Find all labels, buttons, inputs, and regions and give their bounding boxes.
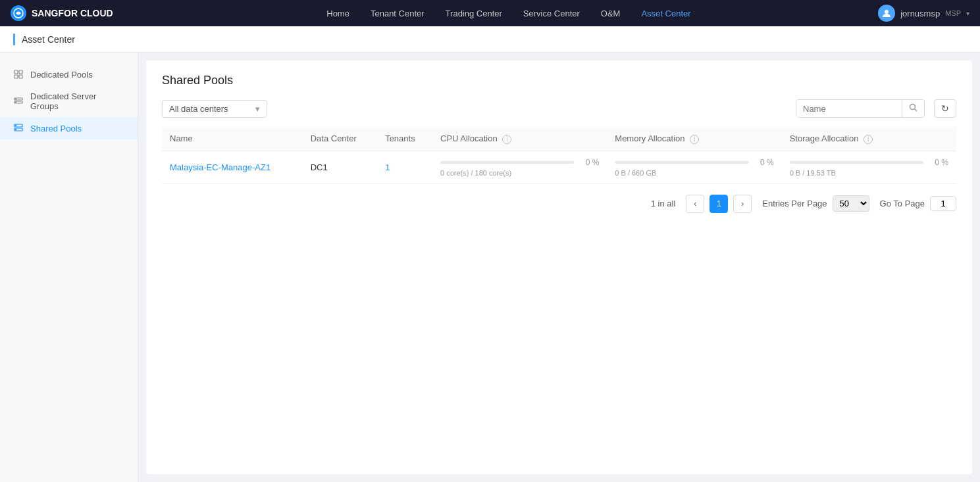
- cell-data-center: DC1: [303, 151, 377, 183]
- pagination-bar: 1 in all ‹ 1 › Entries Per Page 10 20 50…: [162, 184, 956, 213]
- goto-label: Go To Page: [880, 199, 925, 208]
- pool-name-link[interactable]: Malaysia-EC-Manage-AZ1: [170, 162, 271, 172]
- cell-mem-alloc: 0 % 0 B / 660 GB: [607, 151, 781, 183]
- goto-page-input[interactable]: [930, 196, 956, 211]
- cell-name: Malaysia-EC-Manage-AZ1: [162, 151, 303, 183]
- entries-per-page-label: Entries Per Page: [762, 199, 827, 208]
- mem-sub: 0 B / 660 GB: [615, 169, 773, 177]
- nav-links: Home Tenant Center Trading Center Servic…: [140, 9, 879, 18]
- svg-point-9: [15, 102, 16, 103]
- pagination-next[interactable]: ›: [733, 195, 752, 213]
- content-area: Shared Pools All data centers ▾ ↻: [146, 60, 972, 474]
- breadcrumb-title: Asset Center: [22, 34, 75, 45]
- sidebar-label-dedicated-server-groups: Dedicated Server Groups: [30, 91, 124, 111]
- svg-point-8: [15, 99, 16, 99]
- svg-point-13: [15, 125, 16, 126]
- brand-icon: [11, 5, 26, 21]
- svg-point-1: [885, 10, 889, 14]
- storage-pct: 0 %: [929, 158, 948, 167]
- table-row: Malaysia-EC-Manage-AZ1 DC1 1 0 %: [162, 151, 956, 183]
- svg-line-16: [915, 109, 917, 112]
- data-center-dropdown-icon: ▾: [255, 104, 260, 114]
- pagination-prev[interactable]: ‹: [686, 195, 704, 213]
- user-menu[interactable]: jornusmsp MSP ▾: [878, 5, 969, 22]
- svg-rect-3: [19, 70, 22, 74]
- svg-rect-2: [14, 70, 18, 74]
- sidebar: Dedicated Pools Dedicated Server Groups: [0, 53, 138, 482]
- tenants-link[interactable]: 1: [385, 162, 390, 172]
- cpu-info-icon: i: [502, 135, 511, 144]
- nav-home[interactable]: Home: [326, 9, 349, 18]
- svg-rect-5: [19, 75, 22, 78]
- table-header-row: Name Data Center Tenants CPU Allocation …: [162, 127, 956, 151]
- page-title: Shared Pools: [162, 74, 956, 87]
- col-name: Name: [162, 127, 303, 151]
- storage-progress-bg: [790, 161, 923, 164]
- nav-asset[interactable]: Asset Center: [641, 9, 690, 18]
- cpu-pct: 0 %: [579, 158, 599, 167]
- user-role: MSP: [945, 9, 961, 17]
- svg-point-14: [15, 129, 16, 130]
- storage-info-icon: i: [864, 135, 873, 144]
- sidebar-item-dedicated-pools[interactable]: Dedicated Pools: [0, 63, 138, 85]
- pagination-page-1[interactable]: 1: [709, 195, 728, 213]
- shared-pools-table: Name Data Center Tenants CPU Allocation …: [162, 127, 956, 184]
- col-mem-alloc: Memory Allocation i: [607, 127, 781, 151]
- sidebar-item-shared-pools[interactable]: Shared Pools: [0, 117, 138, 139]
- top-navigation: SANGFOR CLOUD Home Tenant Center Trading…: [0, 0, 980, 26]
- mem-info-icon: i: [690, 135, 699, 144]
- refresh-button[interactable]: ↻: [934, 99, 956, 118]
- username: jornusmsp: [900, 9, 940, 18]
- user-avatar: [878, 5, 895, 22]
- shared-pools-icon: [13, 123, 24, 133]
- search-button[interactable]: [902, 100, 924, 117]
- col-tenants: Tenants: [377, 127, 432, 151]
- brand-name: SANGFOR CLOUD: [32, 8, 113, 18]
- data-center-filter[interactable]: All data centers ▾: [162, 100, 267, 118]
- accent-bar: [13, 34, 15, 45]
- breadcrumb-bar: Asset Center: [0, 26, 980, 53]
- dedicated-pools-icon: [13, 69, 24, 80]
- cpu-progress-bg: [440, 161, 574, 164]
- main-layout: Dedicated Pools Dedicated Server Groups: [0, 53, 980, 482]
- entries-per-page-select[interactable]: 10 20 50 100: [833, 195, 869, 212]
- sidebar-label-dedicated-pools: Dedicated Pools: [30, 70, 93, 80]
- pagination-total: 1 in all: [651, 199, 676, 208]
- col-data-center: Data Center: [303, 127, 377, 151]
- storage-sub: 0 B / 19.53 TB: [790, 169, 948, 177]
- cell-cpu-alloc: 0 % 0 core(s) / 180 core(s): [432, 151, 607, 183]
- nav-om[interactable]: O&M: [601, 9, 621, 18]
- mem-progress-bg: [615, 161, 748, 164]
- sidebar-item-dedicated-server-groups[interactable]: Dedicated Server Groups: [0, 85, 138, 117]
- sidebar-label-shared-pools: Shared Pools: [30, 124, 82, 133]
- dedicated-server-groups-icon: [13, 96, 24, 107]
- search-input[interactable]: [796, 101, 902, 117]
- nav-tenant[interactable]: Tenant Center: [371, 9, 425, 18]
- brand-logo[interactable]: SANGFOR CLOUD: [11, 5, 113, 21]
- svg-rect-4: [14, 75, 18, 78]
- cell-storage-alloc: 0 % 0 B / 19.53 TB: [782, 151, 956, 183]
- cell-tenants: 1: [377, 151, 432, 183]
- col-storage-alloc: Storage Allocation i: [782, 127, 956, 151]
- nav-service[interactable]: Service Center: [523, 9, 580, 18]
- user-dropdown-icon[interactable]: ▾: [966, 10, 969, 17]
- svg-point-15: [910, 105, 916, 110]
- mem-pct: 0 %: [754, 158, 774, 167]
- nav-trading[interactable]: Trading Center: [446, 9, 502, 18]
- data-center-filter-label: All data centers: [169, 104, 228, 114]
- col-cpu-alloc: CPU Allocation i: [432, 127, 607, 151]
- toolbar: All data centers ▾ ↻: [162, 99, 956, 118]
- cpu-sub: 0 core(s) / 180 core(s): [440, 169, 599, 177]
- search-box: [796, 99, 925, 118]
